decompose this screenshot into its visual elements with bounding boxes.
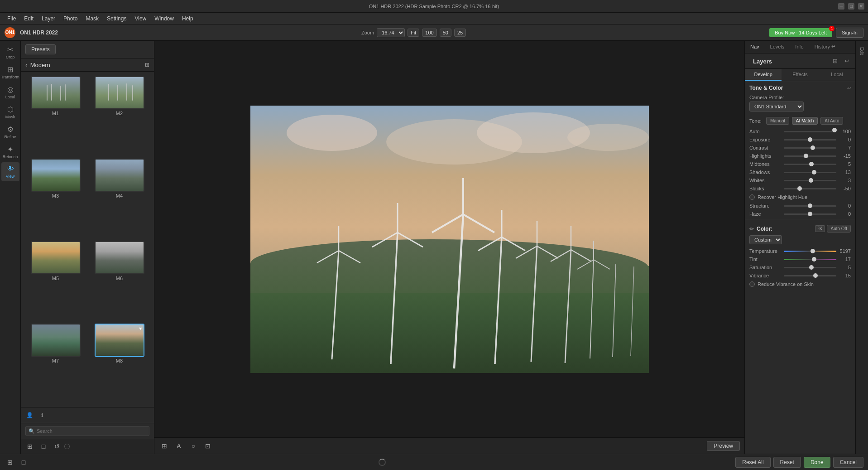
tool-crop[interactable]: ✂ Crop bbox=[1, 43, 19, 62]
contrast-track[interactable] bbox=[784, 147, 836, 149]
reduce-vibrance-checkbox[interactable] bbox=[749, 281, 755, 287]
presets-button[interactable]: Presets bbox=[25, 44, 56, 54]
tool-local[interactable]: ◎ Local bbox=[1, 82, 19, 102]
color-header: ✏ Color: °K Auto Off bbox=[745, 222, 855, 234]
grid-view-button[interactable]: ⊞ bbox=[24, 441, 35, 452]
temperature-track[interactable] bbox=[784, 251, 836, 252]
tool-view[interactable]: 👁 View bbox=[1, 162, 19, 181]
canvas-grid-button[interactable]: ⊞ bbox=[159, 441, 170, 451]
bottom-mask-button[interactable]: □ bbox=[18, 457, 29, 468]
divider-1 bbox=[745, 220, 855, 220]
refine-icon: ⚙ bbox=[7, 125, 14, 134]
tone-manual-button[interactable]: Manual bbox=[766, 117, 789, 125]
midtones-track[interactable] bbox=[784, 164, 836, 165]
minimize-button[interactable]: ─ bbox=[838, 3, 844, 10]
tab-levels[interactable]: Levels bbox=[765, 41, 790, 53]
tool-view-label: View bbox=[6, 174, 14, 179]
tab-nav[interactable]: Nav bbox=[745, 41, 765, 53]
tab-local[interactable]: Local bbox=[819, 69, 855, 81]
slider-shadows: Shadows 13 bbox=[745, 168, 855, 176]
preview-button[interactable]: Preview bbox=[707, 441, 740, 451]
signin-button[interactable]: Sign-In bbox=[836, 28, 863, 38]
color-k-button[interactable]: °K bbox=[815, 225, 825, 232]
recover-highlight-checkbox[interactable] bbox=[749, 194, 755, 200]
canvas-circle-button[interactable]: ○ bbox=[188, 441, 199, 451]
edit-sidebar-button[interactable]: Edit bbox=[859, 44, 864, 58]
zoom-100-button[interactable]: 100 bbox=[422, 29, 436, 37]
info-button[interactable]: ℹ bbox=[37, 410, 47, 420]
menu-view[interactable]: View bbox=[131, 15, 150, 23]
preset-m8[interactable]: ♥ M8 bbox=[89, 324, 149, 402]
tone-ai-match-button[interactable]: AI Match bbox=[792, 117, 818, 125]
tab-develop[interactable]: Develop bbox=[745, 69, 782, 81]
zoom-25-button[interactable]: 25 bbox=[454, 29, 466, 37]
svg-rect-1 bbox=[51, 84, 52, 101]
tool-refine[interactable]: ⚙ Refine bbox=[1, 122, 19, 141]
whites-track[interactable] bbox=[784, 180, 836, 181]
bottom-bar: ⊞ □ Reset All Reset Done Cancel bbox=[0, 454, 868, 470]
reset-all-button[interactable]: Reset All bbox=[735, 457, 770, 468]
menu-settings[interactable]: Settings bbox=[103, 15, 130, 23]
menu-edit[interactable]: Edit bbox=[20, 15, 37, 23]
tone-color-reset-button[interactable]: ↩ bbox=[847, 86, 851, 91]
maximize-button[interactable]: □ bbox=[848, 3, 854, 10]
highlights-track[interactable] bbox=[784, 155, 836, 157]
preset-m1[interactable]: M1 bbox=[25, 76, 86, 155]
menu-layer[interactable]: Layer bbox=[38, 15, 59, 23]
shadows-track[interactable] bbox=[784, 172, 836, 173]
menu-file[interactable]: File bbox=[4, 15, 19, 23]
exposure-track[interactable] bbox=[784, 139, 836, 141]
preset-m6[interactable]: M6 bbox=[89, 241, 149, 320]
vibrance-track[interactable] bbox=[784, 275, 836, 276]
preset-m5[interactable]: M5 bbox=[25, 241, 86, 320]
zoom-select[interactable]: 16.74 bbox=[377, 28, 405, 37]
reset-button[interactable]: Reset bbox=[773, 457, 801, 468]
tab-effects[interactable]: Effects bbox=[782, 69, 818, 81]
fit-button[interactable]: Fit bbox=[408, 29, 419, 37]
preset-m2[interactable]: M2 bbox=[89, 76, 149, 155]
tab-history[interactable]: History ↩ bbox=[809, 41, 841, 53]
preset-m7[interactable]: M7 bbox=[25, 324, 86, 402]
menu-mask[interactable]: Mask bbox=[82, 15, 102, 23]
cancel-button[interactable]: Cancel bbox=[833, 457, 863, 468]
done-button[interactable]: Done bbox=[804, 457, 830, 468]
tool-mask[interactable]: ⬡ Mask bbox=[1, 102, 19, 121]
layer-reset-button[interactable]: ↩ bbox=[842, 56, 852, 66]
slider-whites: Whites 3 bbox=[745, 176, 855, 184]
menu-window[interactable]: Window bbox=[151, 15, 177, 23]
canvas-compare-button[interactable]: ⊡ bbox=[202, 441, 213, 451]
auto-slider-track[interactable] bbox=[784, 131, 836, 132]
layer-icon-button[interactable]: ⊞ bbox=[830, 56, 840, 66]
preset-m8-label: M8 bbox=[116, 357, 123, 365]
auto-off-button[interactable]: Auto Off bbox=[827, 225, 851, 233]
structure-track[interactable] bbox=[784, 205, 836, 207]
rotate-left-button[interactable]: ↺ bbox=[52, 441, 62, 452]
search-input[interactable] bbox=[25, 426, 149, 436]
haze-track[interactable] bbox=[784, 213, 836, 215]
tint-track[interactable] bbox=[784, 259, 836, 260]
single-view-button[interactable]: □ bbox=[38, 441, 49, 452]
nav-back-button[interactable]: ‹ bbox=[25, 61, 28, 68]
tool-transform[interactable]: ⊞ Transform bbox=[1, 63, 19, 82]
preset-m3[interactable]: M3 bbox=[25, 159, 86, 237]
preset-m4[interactable]: M4 bbox=[89, 159, 149, 237]
titlebar: ON1 HDR 2022 (HDR Sample Photo.CR2 @ 16.… bbox=[0, 0, 868, 13]
close-button[interactable]: ✕ bbox=[858, 3, 864, 10]
add-preset-button[interactable]: 👤 bbox=[24, 410, 34, 420]
camera-profile-select[interactable]: ON1 Standard bbox=[749, 102, 804, 111]
camera-profile-row: Camera Profile: ON1 Standard bbox=[745, 93, 855, 115]
buy-button[interactable]: Buy Now · 14 Days Left 1 bbox=[769, 28, 832, 37]
tab-info[interactable]: Info bbox=[790, 41, 809, 53]
saturation-track[interactable] bbox=[784, 267, 836, 268]
tone-ai-auto-button[interactable]: AI Auto bbox=[820, 117, 843, 125]
tool-retouch[interactable]: ✦ Retouch bbox=[1, 142, 19, 161]
color-custom-select[interactable]: Custom bbox=[749, 235, 782, 244]
nav-grid-button[interactable]: ⊞ bbox=[145, 62, 149, 68]
menu-photo[interactable]: Photo bbox=[60, 15, 81, 23]
blacks-track[interactable] bbox=[784, 188, 836, 189]
menu-help[interactable]: Help bbox=[178, 15, 197, 23]
slider-blacks: Blacks -50 bbox=[745, 184, 855, 193]
zoom-50-button[interactable]: 50 bbox=[440, 29, 451, 37]
canvas-text-button[interactable]: A bbox=[173, 441, 184, 451]
bottom-add-button[interactable]: ⊞ bbox=[5, 457, 15, 468]
